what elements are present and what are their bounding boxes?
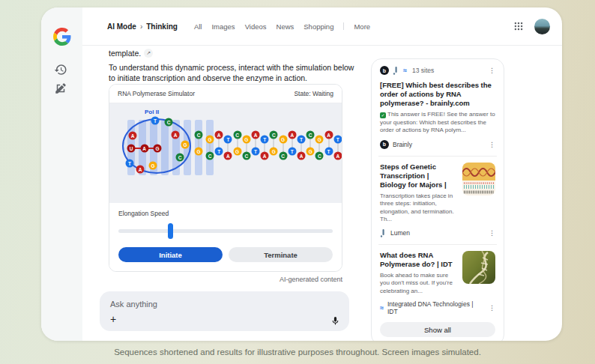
google-logo[interactable]: [53, 28, 71, 46]
simulator-buttons: Initiate Terminate: [118, 247, 333, 262]
sources-header[interactable]: b ≈ 13 sites ⋮: [380, 66, 495, 75]
nucleotide-G: G: [154, 145, 162, 153]
citation-link-icon[interactable]: ↗: [144, 49, 153, 58]
nucleotide-G: G: [181, 141, 190, 149]
source-name: Brainly: [393, 141, 412, 148]
nucleotide-T: T: [298, 136, 306, 144]
breadcrumb[interactable]: AI Mode › Thinking: [107, 22, 178, 31]
nucleotide-G: G: [206, 136, 214, 144]
check-icon: ✓: [380, 112, 386, 118]
tab-news[interactable]: News: [277, 22, 295, 31]
nucleotide-G: G: [270, 148, 278, 156]
slider-label: Elongation Speed: [118, 210, 333, 217]
nucleotide-A: A: [324, 131, 333, 139]
item-divider: [378, 156, 497, 157]
source-attribution[interactable]: Lumen ⋮: [380, 229, 495, 237]
nucleotide-A: A: [252, 131, 260, 139]
nucleotide-T: T: [224, 136, 232, 144]
nucleotide-C: C: [306, 131, 315, 139]
apps-grid-icon[interactable]: [513, 21, 524, 31]
attach-plus-icon[interactable]: +: [110, 313, 116, 325]
page-caption: Sequences shortened and results for illu…: [0, 348, 595, 357]
header-actions: [513, 7, 550, 45]
source-attribution[interactable]: ≈ Integrated DNA Technologies | IDT ⋮: [380, 300, 495, 315]
nucleotide-G: G: [279, 136, 287, 144]
source-item[interactable]: [FREE] Which best describes the order of…: [380, 81, 495, 149]
nucleotide-A: A: [172, 131, 180, 139]
nucleotide-G: G: [233, 148, 241, 156]
nucleotide-C: C: [279, 152, 287, 160]
nucleotide-T: T: [261, 136, 269, 144]
nucleotide-C: C: [206, 152, 214, 160]
sites-count: 13 sites: [412, 67, 434, 74]
slider-thumb[interactable]: [168, 223, 173, 239]
answer-fragment: template. ↗: [109, 49, 153, 58]
rna-simulator-card: RNA Polymerase Simulator State: Waiting …: [109, 84, 342, 272]
breadcrumb-separator: ›: [140, 22, 142, 31]
nucleotide-A: A: [288, 131, 296, 139]
show-all-button[interactable]: Show all: [380, 322, 495, 337]
tab-videos[interactable]: Videos: [245, 22, 267, 31]
nucleotide-G: G: [195, 148, 203, 156]
nucleotide-T: T: [333, 136, 342, 144]
nucleotide-G: G: [315, 136, 324, 144]
nucleotide-A: A: [140, 145, 148, 153]
source-snippet: Book ahead to make sure you don't miss o…: [380, 272, 455, 296]
tab-images[interactable]: Images: [211, 22, 235, 31]
history-icon[interactable]: [54, 63, 67, 76]
ai-generated-note: AI-generated content: [109, 276, 342, 283]
tab-all[interactable]: All: [194, 22, 202, 31]
initiate-button[interactable]: Initiate: [118, 247, 223, 262]
source-thumbnail-dna-helix[interactable]: [462, 251, 495, 284]
user-avatar[interactable]: [534, 19, 550, 34]
nucleotide-A: A: [261, 152, 269, 160]
simulator-title: RNA Polymerase Simulator: [118, 90, 195, 97]
nucleotide-A: A: [224, 152, 232, 160]
nucleotide-C: C: [165, 118, 173, 127]
nucleotide-T: T: [288, 148, 296, 156]
source-title[interactable]: [FREE] Which best describes the order of…: [380, 81, 495, 108]
source-title[interactable]: Steps of Genetic Transcription | Biology…: [380, 163, 455, 189]
item-divider: [378, 244, 497, 245]
source-name: Lumen: [390, 229, 410, 237]
nucleotide-A: A: [129, 132, 137, 140]
source-name: Integrated DNA Technologies | IDT: [387, 300, 481, 315]
breadcrumb-secondary: Thinking: [146, 22, 178, 31]
source-snippet: ✓This answer is FREE! See the answer to …: [380, 111, 495, 135]
item-menu-icon[interactable]: ⋮: [489, 229, 495, 237]
idt-favicon: ≈: [403, 67, 407, 74]
item-menu-icon[interactable]: ⋮: [489, 304, 495, 312]
brainly-favicon: b: [380, 66, 389, 75]
nucleotide-C: C: [176, 154, 184, 162]
terminate-button[interactable]: Terminate: [229, 247, 333, 262]
elongation-speed-slider[interactable]: [118, 223, 333, 239]
source-item[interactable]: What does RNA Polymerase do? | IDT Book …: [380, 251, 495, 316]
source-thumbnail-transcription-diagram[interactable]: [462, 163, 495, 195]
left-rail: [41, 7, 82, 341]
dna-visualization[interactable]: Pol II UAGATCTAGAGCCGGCATTACGGCATTACGGCA…: [109, 103, 342, 203]
answer-paragraph: To understand this dynamic process, inte…: [109, 62, 359, 83]
microphone-icon[interactable]: [330, 316, 340, 326]
item-menu-icon[interactable]: ⋮: [489, 141, 495, 148]
ask-anything-input[interactable]: Ask anything +: [100, 291, 349, 331]
source-item[interactable]: Steps of Genetic Transcription | Biology…: [380, 163, 495, 237]
nucleotide-A: A: [136, 166, 145, 174]
source-attribution[interactable]: b Brainly ⋮: [380, 140, 495, 149]
nucleotide-T: T: [126, 160, 134, 168]
nucleotide-C: C: [233, 131, 241, 139]
search-tabs: All Images Videos News Shopping More: [194, 22, 370, 31]
slider-track[interactable]: [118, 229, 333, 233]
compose-icon[interactable]: [54, 82, 67, 95]
answer-fragment-text: template.: [109, 49, 141, 58]
lumen-favicon: [380, 229, 387, 237]
nucleotide-G: G: [306, 148, 315, 156]
nucleotide-U: U: [127, 145, 136, 153]
brainly-favicon: b: [380, 140, 389, 149]
polymerase-label: Pol II: [145, 109, 159, 115]
tabs-divider: [343, 22, 344, 30]
source-title[interactable]: What does RNA Polymerase do? | IDT: [380, 251, 455, 269]
tab-shopping[interactable]: Shopping: [303, 22, 333, 31]
sources-panel: b ≈ 13 sites ⋮ [FREE] Which best describ…: [371, 58, 504, 341]
tab-more[interactable]: More: [354, 22, 370, 31]
sources-menu-icon[interactable]: ⋮: [489, 67, 495, 74]
